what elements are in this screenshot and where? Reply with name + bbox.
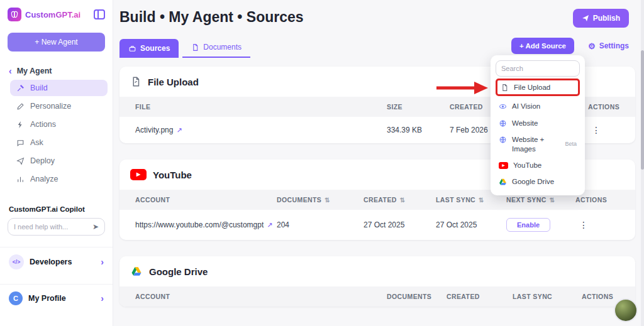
sort-icon[interactable]: ⇅ (400, 197, 406, 204)
code-icon: </> (9, 254, 24, 269)
beta-badge: Beta (565, 141, 577, 148)
item-label: Website + Images (512, 135, 557, 153)
sidebar-item-actions[interactable]: Actions (10, 116, 108, 133)
youtube-icon: ▶ (130, 169, 147, 180)
my-agent-label: My Agent (17, 67, 52, 75)
google-drive-icon (499, 178, 507, 186)
item-label: YouTube (513, 161, 577, 170)
page-title: Build • My Agent • Sources (119, 9, 304, 26)
file-upload-icon (130, 76, 142, 87)
scrollbar-track[interactable] (641, 0, 644, 326)
bolt-icon (16, 121, 25, 129)
tab-bar: Sources Documents (119, 38, 250, 58)
documents-count: 204 (277, 220, 364, 229)
nav-label: Ask (30, 138, 43, 147)
sort-icon[interactable]: ⇅ (479, 197, 484, 204)
dropdown-item-ai-vision[interactable]: AI Vision (496, 98, 580, 114)
card-title: YouTube (153, 170, 192, 180)
send-icon[interactable]: ➤ (92, 222, 99, 231)
col-actions: ACTIONS (575, 196, 607, 204)
nav-label: Personalize (30, 102, 71, 111)
nav-label: Deploy (30, 156, 55, 165)
user-avatar[interactable] (614, 298, 638, 322)
col-size: SIZE (387, 103, 402, 111)
publish-button[interactable]: Publish (573, 9, 629, 28)
item-label: Website (512, 119, 577, 128)
sidebar-nav: Build Personalize Actions Ask Deploy Ana… (0, 78, 113, 189)
col-documents: DOCUMENTS (277, 196, 321, 204)
tab-documents[interactable]: Documents (182, 38, 250, 58)
add-source-button[interactable]: + Add Source (511, 38, 574, 54)
tab-sources[interactable]: Sources (119, 39, 179, 58)
annotation-arrow-icon (435, 80, 489, 96)
pencil-icon (16, 102, 25, 111)
brain-logo-icon (8, 8, 21, 21)
annotation-highlight-box: File Upload (496, 79, 580, 96)
chevron-right-icon: › (101, 258, 104, 266)
col-documents: DOCUMENTS (387, 293, 431, 300)
hammer-icon (16, 84, 25, 92)
tab-label: Documents (203, 43, 242, 52)
youtube-icon: ▶ (499, 162, 508, 169)
table-row: https://www.youtube.com/@customgpt ↗ 204… (119, 210, 635, 240)
enable-button[interactable]: Enable (506, 218, 550, 232)
row-actions-menu-icon[interactable]: ⋮ (588, 125, 604, 135)
nav-label: Build (30, 84, 48, 92)
account-url: https://www.youtube.com/@customgpt (135, 220, 264, 229)
col-account: ACCOUNT (135, 293, 170, 300)
card-title: File Upload (148, 77, 199, 87)
scrollbar-thumb[interactable] (641, 50, 644, 170)
col-next-sync: NEXT SYNC (506, 196, 547, 204)
document-icon (191, 43, 199, 52)
dropdown-search-input[interactable] (496, 60, 580, 77)
row-actions-menu-icon[interactable]: ⋮ (575, 220, 592, 230)
last-sync-date: 27 Oct 2025 (436, 220, 506, 229)
eye-icon (499, 102, 507, 111)
globe-icon (499, 119, 507, 128)
sidebar-item-personalize[interactable]: Personalize (10, 98, 108, 114)
external-link-icon[interactable]: ↗ (267, 221, 272, 229)
logo[interactable]: CustomGPT.ai (8, 8, 80, 21)
sidebar-collapse-icon[interactable] (94, 9, 105, 19)
external-link-icon[interactable]: ↗ (176, 126, 182, 134)
sidebar-item-my-profile[interactable]: C My Profile › (0, 284, 113, 312)
copilot-input-wrap: ➤ (8, 218, 105, 236)
created-date: 27 Oct 2025 (364, 220, 436, 229)
sidebar-item-build[interactable]: Build (10, 80, 108, 96)
sidebar-item-analyze[interactable]: Analyze (10, 171, 108, 187)
item-label: AI Vision (512, 102, 577, 111)
sidebar-item-developers[interactable]: </> Developers › (0, 247, 113, 276)
col-created: CREATED (447, 293, 480, 300)
col-last-sync: LAST SYNC (513, 293, 552, 300)
item-label: Google Drive (512, 177, 577, 186)
col-created: CREATED (364, 196, 397, 204)
developers-label: Developers (30, 258, 95, 266)
dropdown-item-website-images[interactable]: Website + Images Beta (496, 131, 580, 157)
col-created: CREATED (450, 103, 483, 111)
copilot-label: CustomGPT.ai Copilot (9, 205, 104, 213)
file-size: 334.39 KB (387, 126, 450, 134)
item-label: File Upload (514, 83, 575, 92)
col-account: ACCOUNT (135, 196, 170, 204)
col-actions: ACTIONS (582, 293, 613, 300)
col-last-sync: LAST SYNC (436, 196, 475, 204)
settings-button[interactable]: ⚙ Settings (588, 41, 629, 51)
sidebar-item-ask[interactable]: Ask (10, 134, 108, 151)
sidebar-item-deploy[interactable]: Deploy (10, 153, 108, 169)
google-drive-icon (130, 266, 143, 277)
profile-avatar: C (9, 291, 23, 305)
dropdown-item-website[interactable]: Website (496, 115, 580, 131)
google-drive-card: Google Drive ACCOUNT DOCUMENTS CREATED L… (119, 256, 635, 307)
main-content: Build • My Agent • Sources Publish Sourc… (113, 0, 644, 326)
dropdown-item-youtube[interactable]: ▶ YouTube (496, 157, 580, 173)
profile-label: My Profile (28, 294, 95, 303)
nav-label: Actions (30, 120, 56, 129)
sort-icon[interactable]: ⇅ (325, 197, 330, 204)
new-agent-button[interactable]: + New Agent (8, 33, 105, 52)
sidebar-item-my-agent[interactable]: ‹ My Agent (9, 67, 104, 75)
dropdown-item-google-drive[interactable]: Google Drive (496, 173, 580, 190)
chevron-left-icon: ‹ (9, 67, 12, 75)
copilot-input[interactable] (14, 223, 89, 231)
sort-icon[interactable]: ⇅ (550, 197, 555, 204)
dropdown-item-file-upload[interactable]: File Upload (497, 80, 578, 94)
